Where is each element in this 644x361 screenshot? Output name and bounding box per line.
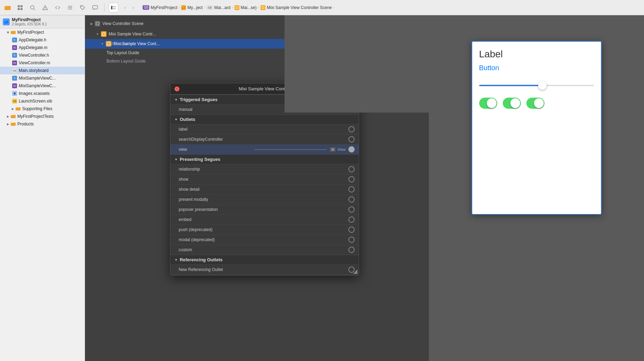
conn-circle-search-display[interactable]: [348, 136, 355, 142]
file-m-icon: m: [12, 45, 17, 50]
svg-rect-23: [4, 20, 6, 21]
ios-canvas: Label Button: [472, 41, 602, 215]
conn-label-custom: custom: [179, 247, 348, 252]
slider-thumb[interactable]: [538, 81, 546, 90]
sidebar-item-launchscreen-xib[interactable]: XIB LaunchScreen.xib: [0, 97, 85, 105]
file-h-icon: h: [12, 37, 17, 43]
popup-close-button[interactable]: ×: [175, 87, 179, 91]
mixi-vc-icon: [101, 31, 107, 37]
tests-folder-icon: [10, 114, 16, 119]
svg-line-7: [34, 9, 35, 10]
conn-row-embed[interactable]: embed: [170, 214, 359, 224]
breadcrumb-storyboard[interactable]: SB Mai...ard: [206, 5, 230, 10]
toggle-3[interactable]: [526, 98, 544, 109]
breadcrumb-vc2[interactable]: Mixi Sample View Controller Scene: [261, 5, 332, 10]
breadcrumb-project[interactable]: My...ject: [181, 5, 203, 10]
conn-circle-custom[interactable]: [348, 247, 355, 253]
conn-row-new-referencing-outlet[interactable]: New Referencing Outlet: [170, 264, 359, 274]
conn-label-relationship: relationship: [179, 167, 348, 172]
popup-body: ▼ Triggered Segues manual ▼ Outlets labe…: [170, 95, 359, 275]
conn-row-push-deprecated[interactable]: push (deprecated): [170, 224, 359, 235]
conn-label-show-detail: show detail: [179, 187, 348, 192]
comment-icon[interactable]: [90, 3, 100, 13]
conn-label-popover: popover presentation: [179, 207, 348, 212]
search-icon[interactable]: [28, 3, 37, 13]
referencing-outlets-triangle: ▼: [175, 258, 178, 262]
conn-row-show-detail[interactable]: show detail: [170, 184, 359, 194]
breadcrumb-storyboard-icon[interactable]: SB MyFirstProject: [143, 5, 177, 10]
warning-icon[interactable]: [40, 3, 50, 13]
project-root[interactable]: MyFirstProject 2 targets, iOS SDK 8.1: [0, 15, 85, 28]
folder-icon[interactable]: [3, 3, 12, 13]
scene-expand-triangle: ▶: [91, 22, 93, 25]
conn-circle-show-detail[interactable]: [348, 186, 355, 192]
breadcrumb-vc1[interactable]: Mai...se): [235, 5, 257, 10]
conn-row-popover[interactable]: popover presentation: [170, 204, 359, 214]
section-referencing-outlets[interactable]: ▼ Referencing Outlets: [170, 255, 359, 264]
products-folder-icon: [10, 121, 16, 127]
toggle-1[interactable]: [479, 98, 497, 109]
svg-rect-4: [18, 8, 20, 10]
nav-arrows: ‹ ›: [121, 4, 137, 11]
conn-circle-popover[interactable]: [348, 206, 355, 213]
mixi-vc-label: Mixi Sample View Contr...: [109, 32, 156, 36]
sidebar-item-myfirstprojecttests[interactable]: ▶ MyFirstProjectTests: [0, 113, 85, 120]
back-forward-icon[interactable]: [53, 3, 62, 13]
tag-icon[interactable]: [78, 3, 87, 13]
conn-circle-present-modally[interactable]: [348, 196, 355, 203]
mixi-vc-sel-expand-triangle: ▼: [101, 42, 104, 46]
conn-row-view[interactable]: view ⌘ View: [170, 144, 359, 154]
conn-circle-relationship[interactable]: [348, 166, 355, 172]
view-toggle-icon[interactable]: [109, 3, 118, 13]
svg-point-6: [31, 6, 34, 9]
project-name: MyFirstProject: [12, 17, 47, 22]
outlets-triangle: ▼: [175, 118, 178, 121]
section-presenting-segues[interactable]: ▼ Presenting Segues: [170, 154, 359, 164]
slider-fill: [479, 85, 542, 86]
sidebar-item-mixi-h[interactable]: h MixiSampleViewC...: [0, 74, 85, 82]
conn-row-present-modally[interactable]: present modally: [170, 194, 359, 204]
sidebar-item-appdelegate-h[interactable]: h AppDelegate.h: [0, 36, 85, 44]
conn-row-label[interactable]: label: [170, 124, 359, 134]
conn-circle-view[interactable]: [348, 146, 355, 153]
sidebar-item-main-storyboard[interactable]: SB Main.storyboard: [0, 67, 85, 74]
sidebar-item-products[interactable]: ▶ Products: [0, 120, 85, 128]
list-icon[interactable]: [65, 3, 75, 13]
conn-row-relationship[interactable]: relationship: [170, 164, 359, 174]
conn-row-search-display[interactable]: searchDisplayController: [170, 134, 359, 144]
conn-row-custom[interactable]: custom: [170, 245, 359, 255]
conn-label-present-modally: present modally: [179, 197, 348, 202]
svg-rect-14: [93, 6, 98, 9]
popup-resize-handle[interactable]: [353, 270, 357, 274]
section-referencing-outlet-collections[interactable]: ▼ Referencing Outlet Collections: [170, 274, 359, 275]
conn-circle-embed[interactable]: [348, 216, 355, 223]
conn-circle-push-deprecated[interactable]: [348, 227, 355, 233]
sidebar-item-myfirstproject[interactable]: ▶ MyFirstProject: [0, 28, 85, 36]
conn-row-modal-deprecated[interactable]: modal (deprecated): [170, 235, 359, 245]
file-xib-icon: XIB: [12, 98, 17, 104]
nav-forward-button[interactable]: ›: [129, 4, 137, 11]
sidebar-item-appdelegate-m[interactable]: m AppDelegate.m: [0, 44, 85, 51]
grid-icon[interactable]: [15, 3, 25, 13]
sidebar-label-mixi-m: MixiSampleViewC...: [19, 83, 56, 88]
sidebar-item-images-xcassets[interactable]: ▣ Images.xcassets: [0, 90, 85, 97]
sidebar-item-viewcontroller-m[interactable]: m ViewController.m: [0, 59, 85, 67]
section-outlets[interactable]: ▼ Outlets: [170, 114, 359, 124]
canvas-slider[interactable]: [479, 80, 594, 91]
conn-label-show: show: [179, 177, 348, 182]
sidebar-item-viewcontroller-h[interactable]: h ViewController.h: [0, 51, 85, 59]
canvas-button[interactable]: Button: [479, 64, 594, 72]
conn-circle-label[interactable]: [348, 126, 355, 132]
conn-circle-show[interactable]: [348, 176, 355, 182]
sidebar-label-myfirstproject: MyFirstProject: [17, 30, 44, 35]
mixi-vc-sel-icon: [106, 41, 111, 47]
conn-circle-modal-deprecated[interactable]: [348, 237, 355, 243]
sidebar-item-supporting-files[interactable]: ▶ Supporting Files: [0, 105, 85, 113]
nav-back-button[interactable]: ‹: [121, 4, 129, 11]
toggle-2[interactable]: [503, 98, 521, 109]
sidebar-item-mixi-m[interactable]: m MixiSampleViewC...: [0, 82, 85, 90]
conn-row-show[interactable]: show: [170, 174, 359, 184]
scene-vc-label: View Controller Scene: [102, 21, 144, 26]
svg-rect-20: [236, 7, 238, 9]
svg-rect-32: [96, 22, 99, 25]
